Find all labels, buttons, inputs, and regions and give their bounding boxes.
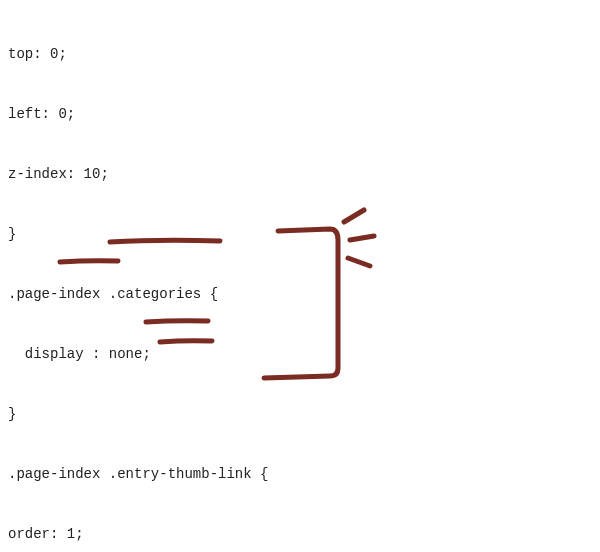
spark-line-3 (348, 258, 370, 266)
code-text: .page-index .categories { (8, 286, 218, 302)
code-text: order: 1; (8, 526, 84, 542)
code-line: } (8, 404, 302, 424)
code-text: } (8, 226, 16, 242)
code-line: .page-index .entry-thumb-link { (8, 464, 302, 484)
code-text: top: 0; (8, 46, 67, 62)
css-code-block: top: 0; left: 0; z-index: 10; } .page-in… (8, 4, 302, 552)
page: top: 0; left: 0; z-index: 10; } .page-in… (0, 0, 600, 552)
code-line: } (8, 224, 302, 244)
code-line: .page-index .categories { (8, 284, 302, 304)
code-text: } (8, 406, 16, 422)
code-line: z-index: 10; (8, 164, 302, 184)
code-text: display : none; (8, 346, 151, 362)
code-text: left: 0; (8, 106, 75, 122)
spark-line-2 (350, 236, 374, 240)
code-line: top: 0; (8, 44, 302, 64)
code-line: order: 1; (8, 524, 302, 544)
code-text: z-index: 10; (8, 166, 109, 182)
spark-line-1 (344, 210, 364, 222)
code-line: left: 0; (8, 104, 302, 124)
code-text: .page-index .entry-thumb-link { (8, 466, 268, 482)
code-line: display : none; (8, 344, 302, 364)
